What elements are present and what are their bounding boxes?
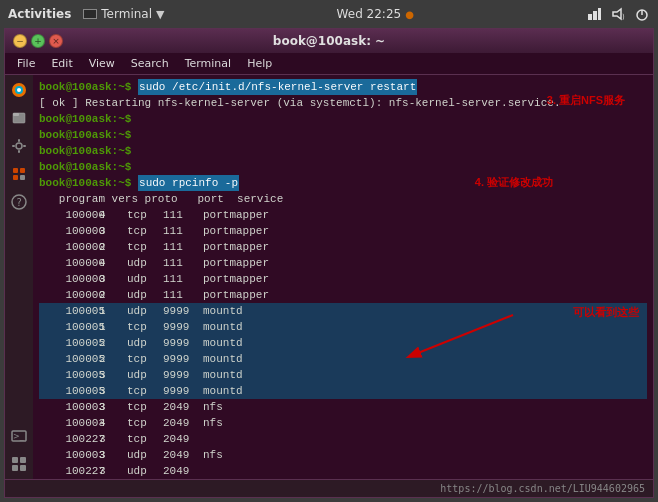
prompt: book@100ask:~$ [39,111,131,127]
sidebar-icon-help[interactable]: ? [8,191,30,213]
svg-rect-26 [20,457,26,463]
system-bar-left: Activities Terminal ▼ [8,7,165,21]
sidebar-icon-app[interactable] [8,163,30,185]
terminal-line: 1000052udp9999mountd [39,335,647,351]
network-icon [586,6,602,22]
svg-rect-0 [588,14,592,20]
svg-rect-1 [593,11,597,20]
svg-rect-15 [12,145,15,147]
terminal-title: Terminal ▼ [83,7,164,21]
prompt: book@100ask:~$ [39,175,138,191]
terminal-line: 1002273tcp2049 [39,431,647,447]
svg-rect-25 [12,457,18,463]
prompt: book@100ask:~$ [39,143,131,159]
terminal-line: 1000051tcp9999mountd [39,319,647,335]
menu-bar: File Edit View Search Terminal Help [5,53,653,75]
app-icon [11,166,27,182]
terminal-line: 1000002udp111portmapper [39,287,647,303]
terminal-line: 1000003tcp111portmapper [39,223,647,239]
svg-point-12 [16,143,22,149]
window-controls-left: − + × [13,34,63,48]
terminal-line: 1000003udp111portmapper [39,271,647,287]
menu-search[interactable]: Search [125,55,175,72]
svg-rect-27 [12,465,18,471]
terminal-line: book@100ask:~$ sudo /etc/init.d/nfs-kern… [39,79,647,95]
svg-rect-18 [20,168,25,173]
power-icon [634,6,650,22]
firefox-icon [11,82,27,98]
menu-terminal[interactable]: Terminal [179,55,238,72]
terminal-line: 1002273udp2049 [39,463,647,479]
settings-icon [11,138,27,154]
terminal-line: book@100ask:~$ [39,111,647,127]
terminal-sidebar-icon: >_ [11,428,27,444]
terminal-line: 1000033udp2049nfs [39,447,647,463]
prompt: book@100ask:~$ [39,79,138,95]
menu-help[interactable]: Help [241,55,278,72]
svg-rect-13 [18,139,20,142]
terminal-line: 1000053tcp9999mountd [39,383,647,399]
svg-text:>_: >_ [13,432,25,441]
prompt: book@100ask:~$ [39,127,131,143]
sidebar-icon-grid[interactable] [8,453,30,475]
menu-edit[interactable]: Edit [45,55,78,72]
clock-area: Wed 22:25 ● [337,7,414,21]
prompt: book@100ask:~$ [39,159,131,175]
window-title: book@100ask: ~ [63,34,595,48]
svg-rect-28 [20,465,26,471]
terminal-line: 1000004tcp111portmapper [39,207,647,223]
svg-rect-20 [20,175,25,180]
svg-point-9 [17,88,21,92]
sidebar-icon-settings[interactable] [8,135,30,157]
sidebar-icon-terminal[interactable]: >_ [8,425,30,447]
menu-file[interactable]: File [11,55,41,72]
terminal-line: book@100ask:~$ sudo rpcinfo -p [39,175,647,191]
url-text: https://blog.csdn.net/LIU944602965 [440,483,645,494]
terminal-line: 1000034tcp2049nfs [39,415,647,431]
clock-dot: ● [405,9,414,20]
terminal-icon [83,9,97,19]
terminal-line: book@100ask:~$ [39,127,647,143]
terminal-line: 1000053udp9999mountd [39,367,647,383]
terminal-line: 1000051udp9999mountd [39,303,647,319]
terminal-line: 1000033tcp2049nfs [39,399,647,415]
svg-rect-2 [598,8,601,20]
sidebar: ? >_ [5,75,33,479]
title-bar: − + × book@100ask: ~ [5,29,653,53]
system-tray: ) [586,6,650,22]
terminal-line: 1000002tcp111portmapper [39,239,647,255]
terminal-screen[interactable]: book@100ask:~$ sudo /etc/init.d/nfs-kern… [33,75,653,479]
close-button[interactable]: × [49,34,63,48]
terminal-line: 1000004udp111portmapper [39,255,647,271]
terminal-line: book@100ask:~$ [39,143,647,159]
svg-text:): ) [622,13,625,21]
terminal-line: [ ok ] Restarting nfs-kernel-server (via… [39,95,647,111]
grid-icon [11,456,27,472]
terminal-line: program vers proto port service [39,191,647,207]
files-icon [11,110,27,126]
system-bar: Activities Terminal ▼ Wed 22:25 ● ) [0,0,658,28]
svg-rect-19 [13,175,18,180]
sidebar-icon-browser[interactable] [8,79,30,101]
terminal-line: 1000052tcp9999mountd [39,351,647,367]
activities-button[interactable]: Activities [8,7,71,21]
svg-rect-14 [18,150,20,153]
svg-text:?: ? [17,197,22,208]
terminal-line: book@100ask:~$ [39,159,647,175]
svg-rect-17 [13,168,18,173]
sidebar-icon-files[interactable] [8,107,30,129]
svg-rect-11 [13,113,19,116]
help-icon: ? [11,194,27,210]
terminal-window: − + × book@100ask: ~ File Edit View Sear… [4,28,654,498]
url-bar: https://blog.csdn.net/LIU944602965 [5,479,653,497]
menu-view[interactable]: View [83,55,121,72]
command-text: sudo rpcinfo -p [138,175,239,191]
maximize-button[interactable]: + [31,34,45,48]
command-text: sudo /etc/init.d/nfs-kernel-server resta… [138,79,417,95]
volume-icon: ) [610,6,626,22]
content-area: ? >_ book@100ask:~$ sudo /et [5,75,653,479]
svg-marker-3 [613,9,621,19]
svg-rect-16 [23,145,26,147]
minimize-button[interactable]: − [13,34,27,48]
